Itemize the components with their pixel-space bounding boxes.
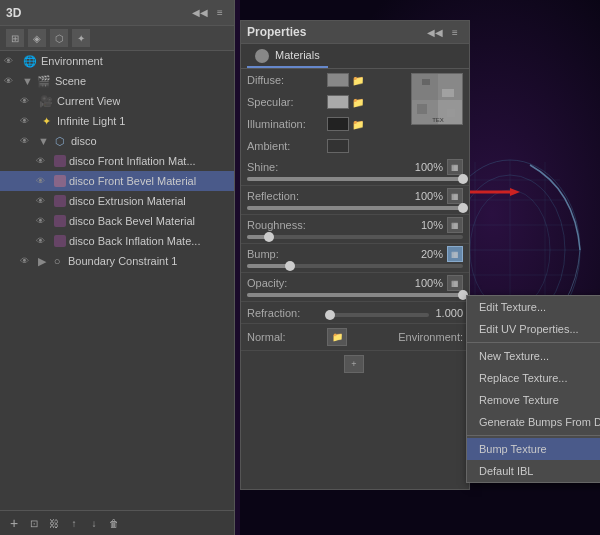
collapse-icon[interactable]: ◀◀	[192, 5, 208, 21]
specular-folder-icon[interactable]: 📁	[352, 97, 364, 108]
layer-name: disco Front Inflation Mat...	[69, 155, 196, 167]
layer-environment[interactable]: 👁 🌐 Environment	[0, 51, 234, 71]
layer-name: disco	[71, 135, 97, 147]
tab-materials[interactable]: Materials	[247, 46, 328, 68]
properties-bottom-bar: +	[241, 351, 469, 377]
layer-name: Boundary Constraint 1	[68, 255, 177, 267]
illumination-folder-icon[interactable]: 📁	[352, 119, 364, 130]
roughness-thumb[interactable]	[264, 232, 274, 242]
camera-icon: 🎥	[38, 94, 54, 108]
reflection-thumb[interactable]	[458, 203, 468, 213]
diffuse-color-box[interactable]	[327, 73, 349, 87]
visibility-icon[interactable]: 👁	[36, 236, 52, 246]
ctx-divider-1	[467, 342, 600, 343]
layer-disco-back-bevel[interactable]: 👁 disco Back Bevel Material	[0, 211, 234, 231]
layer-name: disco Back Inflation Mate...	[69, 235, 200, 247]
properties-panel-title: Properties	[247, 25, 306, 39]
reflection-slider[interactable]	[247, 206, 463, 210]
ctx-edit-uv[interactable]: Edit UV Properties...	[467, 318, 600, 340]
expand-icon[interactable]: ▶	[38, 255, 46, 268]
layers-panel: 3D ◀◀ ≡ ⊞ ◈ ⬡ ✦ 👁 🌐 Environment 👁 ▼ 🎬 Sc…	[0, 0, 235, 535]
visibility-icon[interactable]: 👁	[36, 156, 52, 166]
visibility-icon[interactable]: 👁	[20, 136, 36, 146]
bump-label: Bump:	[247, 248, 279, 260]
layer-disco-front-inflation[interactable]: 👁 disco Front Inflation Mat...	[0, 151, 234, 171]
properties-panel-icons: ◀◀ ≡	[427, 24, 463, 40]
layer-disco[interactable]: 👁 ▼ ⬡ disco	[0, 131, 234, 151]
opacity-label: Opacity:	[247, 277, 287, 289]
roughness-slider[interactable]	[247, 235, 463, 239]
arrow-down-icon[interactable]: ↓	[86, 515, 102, 531]
ctx-generate-bumps[interactable]: Generate Bumps From D	[467, 411, 600, 433]
layer-boundary-constraint[interactable]: 👁 ▶ ○ Boundary Constraint 1	[0, 251, 234, 271]
add-layer-button[interactable]: +	[6, 515, 22, 531]
opacity-slider[interactable]	[247, 293, 463, 297]
ctx-remove-texture[interactable]: Remove Texture	[467, 389, 600, 411]
layer-scene[interactable]: 👁 ▼ 🎬 Scene	[0, 71, 234, 91]
panel-menu-icon[interactable]: ≡	[447, 24, 463, 40]
reflection-texture-icon[interactable]: ▦	[447, 188, 463, 204]
refraction-value: 1.000	[435, 307, 463, 319]
opacity-texture-icon[interactable]: ▦	[447, 275, 463, 291]
visibility-icon[interactable]: 👁	[36, 216, 52, 226]
layer-name: Infinite Light 1	[57, 115, 126, 127]
bump-texture-icon[interactable]: ▦	[447, 246, 463, 262]
visibility-icon[interactable]: 👁	[20, 96, 36, 106]
reflection-section: Reflection: 100% ▦	[241, 186, 469, 215]
ctx-bump-texture[interactable]: Bump Texture	[467, 438, 600, 460]
layer-disco-back-inflation[interactable]: 👁 disco Back Inflation Mate...	[0, 231, 234, 251]
expand-icon[interactable]: ▼	[38, 135, 49, 147]
ctx-new-texture[interactable]: New Texture...	[467, 345, 600, 367]
visibility-icon[interactable]: 👁	[20, 116, 36, 126]
ctx-default-ibl[interactable]: Default IBL	[467, 460, 600, 482]
delete-layer-button[interactable]: 🗑	[106, 515, 122, 531]
opacity-section: Opacity: 100% ▦	[241, 273, 469, 302]
shine-slider[interactable]	[247, 177, 463, 181]
arrow-up-icon[interactable]: ↑	[66, 515, 82, 531]
material-icon	[54, 155, 66, 167]
light-icon[interactable]: ✦	[72, 29, 90, 47]
expand-icon[interactable]: ▼	[22, 75, 33, 87]
visibility-icon[interactable]: 👁	[4, 76, 20, 86]
normal-folder-icon[interactable]: 📁	[327, 328, 347, 346]
visibility-icon[interactable]: 👁	[20, 256, 36, 266]
diffuse-folder-icon[interactable]: 📁	[352, 75, 364, 86]
collapse-panel-icon[interactable]: ◀◀	[427, 24, 443, 40]
bump-slider[interactable]	[247, 264, 463, 268]
filter-icon[interactable]: ⊡	[26, 515, 42, 531]
normal-label: Normal:	[247, 331, 327, 343]
properties-panel-header: Properties ◀◀ ≡	[241, 21, 469, 44]
shine-thumb[interactable]	[458, 174, 468, 184]
layer-disco-extrusion[interactable]: 👁 disco Extrusion Material	[0, 191, 234, 211]
environment-icon: 🌐	[22, 54, 38, 68]
bump-thumb[interactable]	[285, 261, 295, 271]
roughness-label: Roughness:	[247, 219, 306, 231]
material-icon[interactable]: ◈	[28, 29, 46, 47]
mesh-icon[interactable]: ⬡	[50, 29, 68, 47]
specular-color-box[interactable]	[327, 95, 349, 109]
environment-label: Environment:	[398, 331, 463, 343]
illumination-color-box[interactable]	[327, 117, 349, 131]
shine-texture-icon[interactable]: ▦	[447, 159, 463, 175]
shine-value: 100%	[415, 161, 443, 173]
properties-panel: Properties ◀◀ ≡ Materials TEX	[240, 20, 470, 490]
visibility-icon[interactable]: 👁	[36, 196, 52, 206]
layer-current-view[interactable]: 👁 🎥 Current View	[0, 91, 234, 111]
ctx-replace-texture[interactable]: Replace Texture...	[467, 367, 600, 389]
grid-icon[interactable]: ⊞	[6, 29, 24, 47]
roughness-texture-icon[interactable]: ▦	[447, 217, 463, 233]
add-material-button[interactable]: +	[344, 355, 364, 373]
layer-disco-front-bevel[interactable]: 👁 disco Front Bevel Material	[0, 171, 234, 191]
refraction-thumb[interactable]	[325, 310, 335, 320]
ambient-color-box[interactable]	[327, 139, 349, 153]
bump-value: 20%	[421, 248, 443, 260]
ctx-edit-texture[interactable]: Edit Texture...	[467, 296, 600, 318]
shine-label: Shine:	[247, 161, 278, 173]
visibility-icon[interactable]: 👁	[4, 56, 20, 66]
visibility-icon[interactable]: 👁	[36, 176, 52, 186]
opacity-value: 100%	[415, 277, 443, 289]
layer-infinite-light[interactable]: 👁 ✦ Infinite Light 1	[0, 111, 234, 131]
menu-icon[interactable]: ≡	[212, 5, 228, 21]
link-icon[interactable]: ⛓	[46, 515, 62, 531]
bump-section: Bump: 20% ▦	[241, 244, 469, 273]
